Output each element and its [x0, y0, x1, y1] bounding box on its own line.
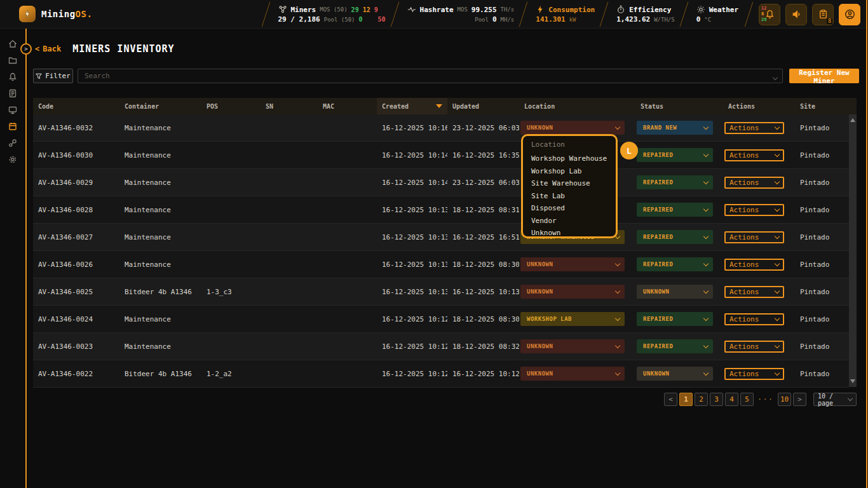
sidebar-item-settings[interactable]	[8, 154, 18, 165]
sort-desc-icon[interactable]	[436, 104, 442, 108]
status-select[interactable]: REPAIRED	[637, 203, 713, 217]
actions-select[interactable]: Actions	[724, 368, 784, 380]
actions-select[interactable]: Actions	[724, 122, 784, 134]
tasks-button[interactable]: 8	[812, 4, 834, 25]
page-button-3[interactable]: 3	[710, 393, 723, 406]
actions-select[interactable]: Actions	[724, 259, 784, 271]
sidebar-item-monitor[interactable]	[8, 105, 18, 115]
sidebar-item-reports[interactable]	[8, 88, 18, 98]
status-select[interactable]: REPAIRED	[637, 230, 713, 244]
consumption-label: Consumption	[548, 6, 595, 14]
column-header-updated[interactable]: Updated	[447, 98, 519, 114]
column-header-container[interactable]: Container	[119, 98, 201, 114]
back-button[interactable]: < Back	[35, 44, 61, 53]
status-select[interactable]: UNKNOWN	[637, 285, 713, 299]
status-select[interactable]: REPAIRED	[637, 339, 713, 353]
location-option[interactable]: Unknown	[531, 227, 616, 238]
account-button[interactable]	[839, 4, 860, 25]
page-button-10[interactable]: 10	[778, 393, 791, 406]
location-select[interactable]: UNKNOWN	[520, 257, 625, 271]
table-scrollbar[interactable]	[849, 114, 857, 387]
filter-button[interactable]: Filter	[33, 69, 73, 83]
sidebar-item-inventory-active[interactable]	[8, 121, 18, 132]
actions-select[interactable]: Actions	[724, 149, 784, 161]
sidebar-item-home[interactable]	[8, 39, 18, 49]
status-select[interactable]: REPAIRED	[637, 148, 713, 162]
location-option[interactable]: Site Lab	[531, 190, 616, 203]
column-header-status[interactable]: Status	[635, 98, 723, 114]
chevron-down-icon	[775, 342, 780, 348]
sidebar-item-tools[interactable]	[8, 138, 18, 148]
chevron-down-icon	[703, 370, 709, 375]
cell-status: REPAIRED	[635, 257, 723, 271]
page-size-select[interactable]: 10 / page	[813, 393, 857, 406]
page-button-5[interactable]: 5	[740, 393, 754, 406]
column-header-code[interactable]: Code	[33, 98, 119, 114]
location-option[interactable]: Vendor	[531, 215, 616, 227]
miners-label: Miners	[291, 6, 316, 14]
sidebar-expand-button[interactable]: >	[20, 43, 32, 55]
location-select[interactable]: WORKSHOP LAB	[520, 312, 625, 326]
actions-select[interactable]: Actions	[724, 286, 784, 298]
location-select[interactable]: UNKNOWN	[520, 339, 625, 353]
status-select[interactable]: UNKNOWN	[637, 367, 713, 381]
cell-actions: Actions	[723, 204, 795, 216]
cell-location: UNKNOWN	[519, 257, 635, 271]
stat-weather: Weather 0 °C	[684, 0, 747, 29]
cell-site: Pintado	[795, 261, 849, 269]
location-value: UNKNOWN	[527, 370, 553, 377]
location-select[interactable]: UNKNOWN	[520, 121, 625, 135]
column-header-site[interactable]: Site	[795, 98, 857, 114]
hashrate-mos-unit: TH/s	[501, 6, 515, 13]
cell-location: UNKNOWN	[519, 121, 635, 135]
miners-mos-orange: 12	[363, 6, 370, 13]
sound-button[interactable]	[785, 4, 807, 25]
location-option[interactable]: Site Warehouse	[531, 177, 616, 190]
notifications-button[interactable]: 12 8 29	[759, 4, 780, 25]
actions-select[interactable]: Actions	[724, 341, 784, 353]
status-select[interactable]: REPAIRED	[637, 175, 713, 189]
sidebar-item-folders[interactable]	[8, 55, 18, 65]
status-select[interactable]: BRAND NEW	[637, 121, 713, 135]
cell-actions: Actions	[723, 259, 795, 271]
status-select[interactable]: REPAIRED	[637, 312, 713, 326]
brand: MiningOS.	[0, 6, 92, 22]
actions-select[interactable]: Actions	[724, 204, 784, 216]
location-select[interactable]: UNKNOWN	[520, 367, 625, 381]
back-label: Back	[43, 44, 61, 53]
sidebar-item-alerts[interactable]	[8, 72, 18, 82]
actions-select[interactable]: Actions	[724, 231, 784, 243]
page-button-4[interactable]: 4	[725, 393, 738, 406]
page-button-1[interactable]: 1	[679, 393, 693, 406]
actions-select[interactable]: Actions	[724, 313, 784, 325]
page-button-2[interactable]: 2	[695, 393, 708, 406]
column-header-pos[interactable]: POS	[201, 98, 261, 114]
search-chevron-icon[interactable]	[773, 70, 777, 82]
scroll-up-icon[interactable]	[850, 118, 855, 122]
location-option[interactable]: Disposed	[531, 202, 616, 215]
status-select[interactable]: REPAIRED	[637, 257, 713, 271]
table-row: AV-A1346-0027Maintenance16-12-2025 10:13…	[33, 224, 849, 251]
table-row: AV-A1346-0022Bitdeer 4b A13461-2_a216-12…	[33, 360, 849, 388]
prev-page-button[interactable]: <	[664, 393, 677, 406]
cell-status: REPAIRED	[635, 312, 723, 326]
column-header-location[interactable]: Location	[519, 98, 635, 114]
location-option[interactable]: Workshop Warehouse	[531, 152, 616, 165]
column-header-mac[interactable]: MAC	[318, 98, 377, 114]
search-input[interactable]	[78, 72, 773, 80]
cell-created: 16-12-2025 10:13	[377, 206, 447, 214]
register-new-miner-button[interactable]: Register New Miner	[789, 69, 859, 83]
cell-container: Maintenance	[119, 206, 201, 214]
column-header-actions[interactable]: Actions	[723, 98, 795, 114]
location-option[interactable]: Workshop Lab	[531, 165, 616, 178]
table-row: AV-A1346-0026Maintenance16-12-2025 10:13…	[33, 251, 849, 278]
scroll-down-icon[interactable]	[850, 379, 855, 383]
miners-mos-red: 9	[374, 6, 378, 13]
column-header-created[interactable]: Created	[377, 98, 447, 114]
location-select[interactable]: UNKNOWN	[520, 285, 625, 299]
actions-select[interactable]: Actions	[724, 177, 784, 189]
next-page-button[interactable]: >	[793, 393, 806, 406]
cell-location: UNKNOWN	[519, 367, 635, 381]
cell-container: Maintenance	[119, 261, 201, 269]
column-header-sn[interactable]: SN	[261, 98, 318, 114]
